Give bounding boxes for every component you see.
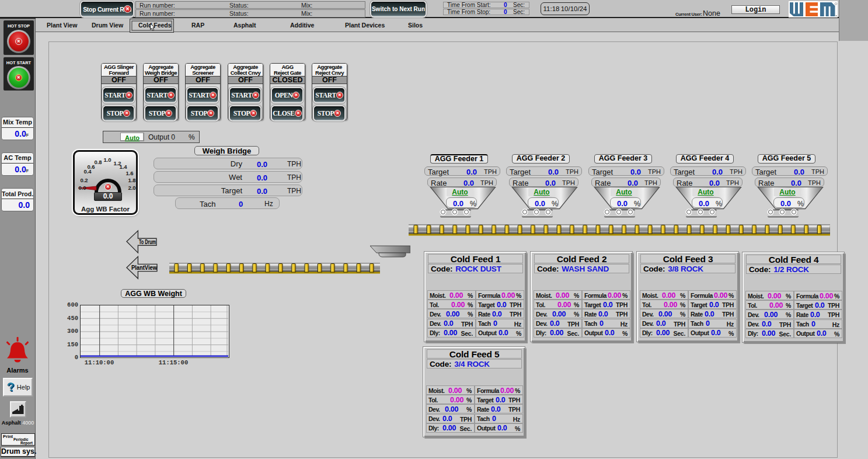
svg-text:To Drum: To Drum <box>139 238 156 245</box>
svg-text:PlantView: PlantView <box>131 264 157 271</box>
